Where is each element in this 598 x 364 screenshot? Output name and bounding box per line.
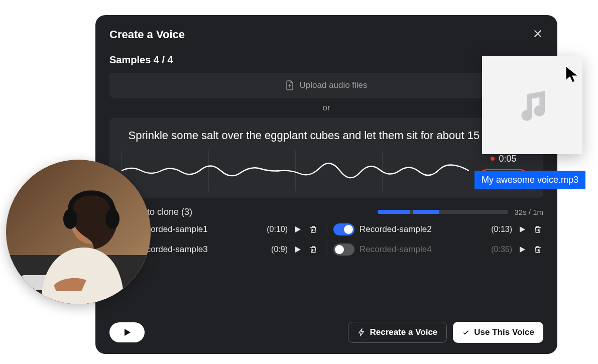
sample-delete-button[interactable] (308, 224, 319, 235)
sample-toggle[interactable] (333, 244, 354, 256)
trash-icon (309, 225, 318, 234)
play-icon (123, 328, 131, 336)
sample-play-button[interactable] (517, 245, 527, 255)
avatar-illustration (6, 160, 151, 304)
file-upload-icon (285, 80, 294, 91)
close-button[interactable] (532, 28, 543, 41)
clone-progress: 32s / 1m (378, 208, 543, 216)
waveform-icon (122, 151, 469, 191)
samples-count-header: Samples 4 / 4 (109, 54, 543, 66)
svg-marker-5 (520, 247, 525, 253)
modal-title: Create a Voice (109, 28, 185, 41)
play-icon (518, 225, 526, 233)
svg-marker-4 (295, 247, 301, 253)
sample-play-button[interactable] (517, 224, 527, 234)
sample-duration: (0:35) (485, 245, 512, 254)
lightning-icon (357, 328, 366, 336)
use-label: Use This Voice (474, 327, 534, 337)
trash-icon (309, 245, 318, 254)
play-icon (518, 246, 526, 254)
sample-play-button[interactable] (293, 224, 303, 234)
sample-name: Recorded-sample1 (136, 224, 256, 234)
music-file-icon (510, 83, 555, 128)
close-icon (532, 28, 543, 39)
upload-audio-button[interactable]: Upload audio files (109, 73, 543, 98)
sample-toggle[interactable] (333, 223, 354, 235)
svg-point-12 (63, 209, 77, 229)
svg-marker-6 (125, 329, 131, 336)
recreate-label: Recreate a Voice (370, 327, 437, 337)
sample-duration: (0:10) (261, 225, 288, 234)
modal-header: Create a Voice (109, 28, 543, 41)
avatar (6, 160, 151, 304)
modal-footer: Recreate a Voice Use This Voice (109, 313, 543, 343)
sample-delete-button[interactable] (308, 244, 319, 255)
cursor-icon (565, 65, 580, 85)
sample-delete-button[interactable] (532, 244, 543, 255)
recreate-voice-button[interactable]: Recreate a Voice (348, 322, 447, 343)
record-time-value: 0:05 (499, 154, 516, 164)
sample-row: Recorded-sample4 (0:35) (326, 241, 543, 258)
waveform[interactable] (122, 151, 469, 191)
sample-duration: (0:9) (261, 245, 288, 254)
dragged-file-name: My awesome voice.mp3 (474, 171, 585, 189)
samples-list: Recorded-sample1 (0:10) Recorded-sample2… (109, 221, 543, 258)
play-icon (294, 246, 302, 254)
or-separator: or (109, 103, 543, 113)
svg-marker-3 (520, 226, 525, 232)
record-indicator-icon (491, 157, 495, 161)
play-icon (294, 225, 302, 233)
prompt-text: Sprinkle some salt over the eggplant cub… (122, 128, 531, 144)
svg-point-13 (105, 209, 119, 229)
sample-duration: (0:13) (485, 225, 512, 234)
sample-delete-button[interactable] (532, 224, 543, 235)
preview-play-button[interactable] (109, 322, 145, 342)
use-voice-button[interactable]: Use This Voice (453, 322, 543, 343)
waveform-row: 0:05 Save (122, 151, 531, 191)
record-timer: 0:05 (491, 154, 516, 164)
upload-label: Upload audio files (299, 80, 367, 90)
sample-name: Recorded-sample4 (360, 245, 480, 255)
svg-marker-2 (295, 226, 301, 232)
sample-play-button[interactable] (293, 245, 303, 255)
sample-name: Recorded-sample3 (136, 245, 256, 255)
clone-header-row: Samples to clone (3) 32s / 1m (109, 207, 543, 217)
check-icon (462, 328, 470, 336)
clone-progress-bar (378, 210, 508, 214)
trash-icon (533, 245, 542, 254)
trash-icon (533, 225, 542, 234)
clone-time-summary: 32s / 1m (514, 208, 543, 216)
sample-name: Recorded-sample2 (360, 224, 480, 234)
sample-row: Recorded-sample2 (0:13) (326, 221, 543, 237)
